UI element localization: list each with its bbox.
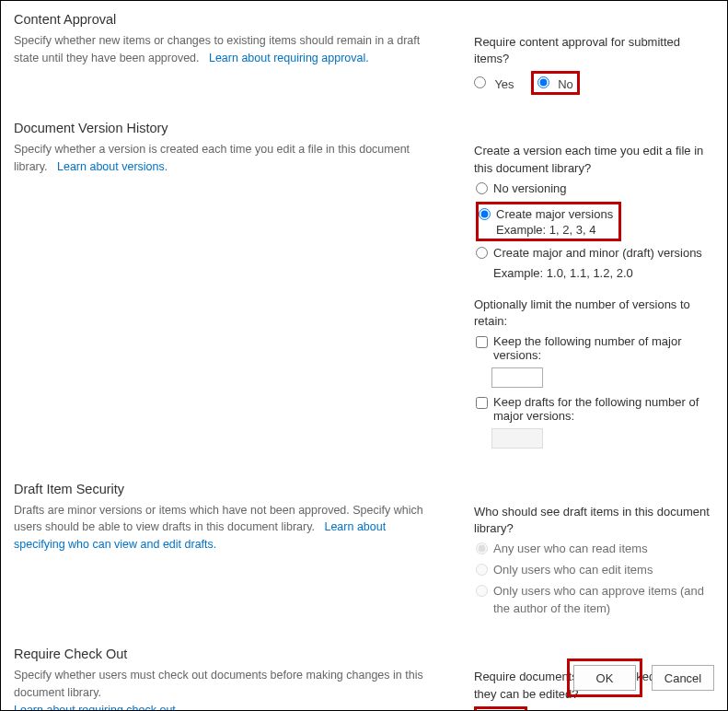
- content-approval-no-option[interactable]: No: [537, 77, 573, 91]
- content-approval-no-radio[interactable]: [537, 76, 549, 88]
- draft-edit-option: Only users who can edit items: [476, 562, 714, 579]
- content-approval-link[interactable]: Learn about requiring approval.: [209, 52, 369, 64]
- keep-drafts-label: Keep drafts for the following number of …: [493, 395, 714, 423]
- version-limit-label: Optionally limit the number of versions …: [474, 297, 714, 330]
- content-approval-no-label: No: [558, 77, 573, 91]
- keep-drafts-checkbox[interactable]: [476, 397, 488, 409]
- version-none-option[interactable]: No versioning: [476, 181, 714, 198]
- version-major-label: Create major versions: [496, 206, 613, 224]
- version-history-desc: Specify whether a version is created eac…: [14, 141, 437, 176]
- draft-edit-label: Only users who can edit items: [493, 562, 653, 579]
- draft-approve-label: Only users who can approve items (and th…: [493, 583, 714, 618]
- draft-read-label: Any user who can read items: [493, 541, 648, 558]
- draft-edit-radio: [476, 564, 488, 576]
- version-minor-example: Example: 1.0, 1.1, 1.2, 2.0: [493, 266, 714, 280]
- ok-button[interactable]: OK: [573, 665, 636, 691]
- draft-approve-option: Only users who can approve items (and th…: [476, 583, 714, 618]
- version-minor-radio[interactable]: [476, 247, 488, 259]
- version-minor-option[interactable]: Create major and minor (draft) versions: [476, 245, 714, 262]
- version-major-radio[interactable]: [479, 208, 491, 220]
- checkout-link[interactable]: Learn about requiring check out.: [14, 704, 179, 711]
- version-minor-label: Create major and minor (draft) versions: [493, 245, 702, 262]
- version-history-link[interactable]: Learn about versions.: [57, 160, 168, 173]
- ok-button-highlight: OK: [567, 659, 642, 697]
- keep-major-option[interactable]: Keep the following number of major versi…: [476, 334, 714, 362]
- keep-major-checkbox[interactable]: [476, 336, 488, 348]
- draft-question: Who should see draft items in this docum…: [474, 504, 714, 537]
- checkout-title: Require Check Out: [14, 647, 437, 661]
- content-approval-desc: Specify whether new items or changes to …: [14, 32, 437, 67]
- content-approval-question: Require content approval for submitted i…: [474, 34, 714, 67]
- version-major-option[interactable]: Create major versions: [479, 206, 613, 224]
- checkout-desc-text: Specify whether users must check out doc…: [14, 669, 423, 699]
- content-approval-yes-radio[interactable]: [474, 76, 486, 88]
- version-history-title: Document Version History: [14, 121, 437, 135]
- keep-drafts-option[interactable]: Keep drafts for the following number of …: [476, 395, 714, 423]
- version-major-example: Example: 1, 2, 3, 4: [496, 223, 613, 237]
- content-approval-yes-option[interactable]: Yes: [474, 75, 514, 91]
- version-none-radio[interactable]: [476, 182, 488, 194]
- draft-read-radio: [476, 542, 488, 554]
- checkout-yes-highlight: Yes: [474, 706, 527, 711]
- version-major-highlight: Create major versions Example: 1, 2, 3, …: [476, 202, 621, 242]
- content-approval-title: Content Approval: [14, 12, 437, 27]
- cancel-button[interactable]: Cancel: [652, 665, 714, 691]
- keep-major-label: Keep the following number of major versi…: [493, 334, 714, 362]
- checkout-desc: Specify whether users must check out doc…: [14, 667, 437, 711]
- version-none-label: No versioning: [493, 181, 567, 198]
- draft-security-desc: Drafts are minor versions or items which…: [14, 502, 437, 554]
- keep-drafts-input: [491, 428, 543, 449]
- draft-approve-radio: [476, 585, 488, 597]
- draft-security-title: Draft Item Security: [14, 482, 437, 496]
- version-question: Create a version each time you edit a fi…: [474, 143, 714, 176]
- content-approval-no-highlight: No: [531, 71, 580, 95]
- keep-major-input[interactable]: [491, 367, 543, 388]
- footer: OK Cancel: [567, 659, 714, 697]
- content-approval-yes-label: Yes: [494, 77, 514, 91]
- draft-read-option: Any user who can read items: [476, 541, 714, 558]
